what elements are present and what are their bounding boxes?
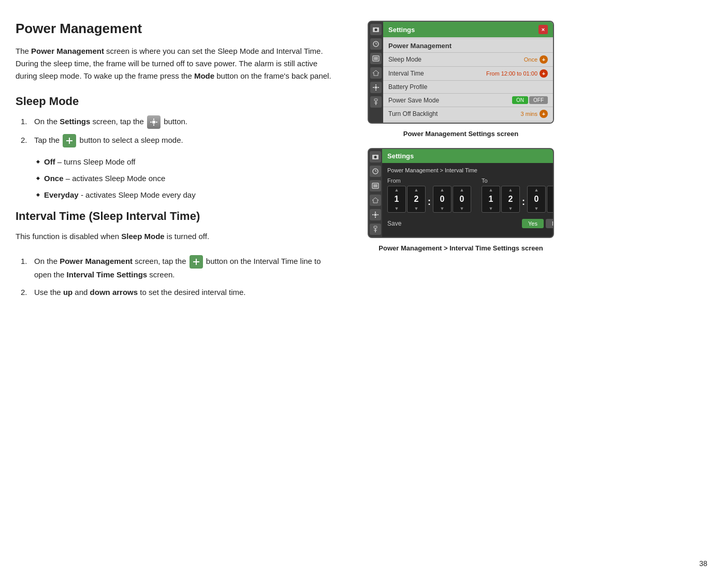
to-m1-val: 0 <box>534 194 539 205</box>
sidebar2-frame-icon <box>370 180 381 191</box>
from-m1-box[interactable]: ▲ 0 ▼ <box>433 186 452 213</box>
interval-time-plus[interactable]: + <box>540 69 548 78</box>
power-save-row[interactable]: Power Save Mode ON OFF <box>383 94 553 107</box>
sleep-mode-row[interactable]: Sleep Mode Once + <box>383 53 553 67</box>
sleep-mode-plus[interactable]: + <box>540 55 548 64</box>
sidebar-frame-icon <box>370 53 382 64</box>
svg-point-0 <box>152 121 155 124</box>
interval-time-row[interactable]: Interval Time From 12:00 to 01:00 + <box>383 67 553 81</box>
from-m2-up[interactable]: ▲ <box>453 186 471 194</box>
to-h1-down[interactable]: ▼ <box>482 205 500 212</box>
sidebar2-usb-icon <box>370 224 381 235</box>
save-row: Save Yes No <box>387 219 554 228</box>
sidebar2-settings-icon <box>370 209 381 220</box>
toggle-on-btn[interactable]: ON <box>512 96 528 104</box>
from-time-display: ▲ 1 ▼ ▲ 2 ▼ <box>387 186 471 213</box>
screen1-device: Settings × Power Management Sleep Mo <box>368 21 554 124</box>
to-m2-box[interactable]: ▲ 0 ▼ <box>547 186 554 213</box>
step-1: 1. On the Settings screen, tap the butto… <box>21 115 337 129</box>
from-h1-box[interactable]: ▲ 1 ▼ <box>387 186 406 213</box>
from-h2-box[interactable]: ▲ 2 ▼ <box>407 186 426 213</box>
to-h1-box[interactable]: ▲ 1 ▼ <box>482 186 500 213</box>
step-2: 2. Tap the button to select a sleep mode… <box>21 134 337 147</box>
svg-marker-16 <box>373 70 379 76</box>
from-time-group: From ▲ 1 ▼ ▲ <box>387 177 471 213</box>
to-h2-down[interactable]: ▼ <box>502 205 519 212</box>
svg-point-26 <box>374 156 377 158</box>
to-m2-down[interactable]: ▼ <box>547 205 554 212</box>
sleep-mode-bullets: Off – turns Sleep Mode off Once – activa… <box>36 156 337 201</box>
from-m1-up[interactable]: ▲ <box>433 186 451 194</box>
to-h2-up[interactable]: ▲ <box>502 186 519 194</box>
screen2-device: Settings Power Management > Interval Tim… <box>368 148 554 238</box>
svg-rect-20 <box>373 87 374 88</box>
screen2-layout: Settings Power Management > Interval Tim… <box>369 149 553 237</box>
from-m2-down[interactable]: ▼ <box>453 205 471 212</box>
svg-point-33 <box>374 214 377 216</box>
screen1-main: Settings × Power Management Sleep Mo <box>383 22 553 123</box>
backlight-row[interactable]: Turn Off Backlight 3 mins + <box>383 107 553 121</box>
bullet-everyday: Everyday - activates Sleep Mode every da… <box>36 189 337 201</box>
to-colon: : <box>521 186 526 213</box>
yes-button[interactable]: Yes <box>522 219 544 228</box>
svg-marker-32 <box>372 198 378 203</box>
screen1-layout: Settings × Power Management Sleep Mo <box>369 22 553 123</box>
interval-step-2: 2. Use the up and down arrows to set the… <box>21 286 337 299</box>
to-h2-box[interactable]: ▲ 2 ▼ <box>501 186 520 213</box>
to-h1-val: 1 <box>489 194 493 205</box>
screen2-sidebar <box>369 149 382 237</box>
svg-rect-38 <box>374 226 377 228</box>
from-h1-down[interactable]: ▼ <box>388 205 405 212</box>
from-h2-down[interactable]: ▼ <box>407 205 425 212</box>
plus-icon-inline-2 <box>190 255 203 269</box>
sidebar-usb-icon <box>370 96 382 108</box>
to-h1-up[interactable]: ▲ <box>482 186 500 194</box>
sidebar-settings-icon <box>370 82 382 93</box>
breadcrumb-row: Power Management <box>383 39 553 53</box>
sidebar2-camera-icon <box>370 151 381 162</box>
from-label: From <box>387 177 471 184</box>
save-buttons: Yes No <box>522 219 554 228</box>
to-m2-up[interactable]: ▲ <box>547 186 554 194</box>
save-label: Save <box>387 220 401 227</box>
settings-icon-inline <box>147 115 161 129</box>
sidebar-home-icon <box>370 67 382 79</box>
to-m1-up[interactable]: ▲ <box>528 186 545 194</box>
intro-paragraph: The Power Management screen is where you… <box>16 45 337 82</box>
screen2-main: Settings Power Management > Interval Tim… <box>382 149 554 237</box>
svg-rect-19 <box>375 90 376 91</box>
power-save-toggle[interactable]: ON OFF <box>512 96 548 104</box>
svg-rect-18 <box>375 84 376 86</box>
backlight-plus[interactable]: + <box>540 110 548 118</box>
screen2-header: Settings <box>382 149 554 163</box>
plus-icon-inline <box>63 134 76 147</box>
sleep-mode-steps: 1. On the Settings screen, tap the butto… <box>21 115 337 147</box>
to-m1-box[interactable]: ▲ 0 ▼ <box>527 186 546 213</box>
svg-rect-8 <box>193 261 199 262</box>
sidebar2-home-icon <box>370 195 381 206</box>
bullet-once: Once – activates Sleep Mode once <box>36 172 337 185</box>
screen1-close-btn[interactable]: × <box>538 25 548 34</box>
to-m1-down[interactable]: ▼ <box>528 205 545 212</box>
left-content: Power Management The Power Management sc… <box>16 16 337 307</box>
from-h1-up[interactable]: ▲ <box>388 186 405 194</box>
svg-rect-35 <box>375 217 376 218</box>
from-m2-box[interactable]: ▲ 0 ▼ <box>453 186 471 213</box>
from-h2-val: 2 <box>414 194 419 205</box>
screen1-wrapper: Settings × Power Management Sleep Mo <box>357 21 564 138</box>
main-title: Power Management <box>16 21 337 37</box>
toggle-off-btn[interactable]: OFF <box>529 96 548 104</box>
right-content: Settings × Power Management Sleep Mo <box>357 16 564 307</box>
to-h2-val: 2 <box>508 194 513 205</box>
from-colon: : <box>427 186 432 213</box>
from-h2-up[interactable]: ▲ <box>407 186 425 194</box>
from-m1-down[interactable]: ▼ <box>433 205 451 212</box>
page-number: 38 <box>699 559 707 568</box>
screen1-header-title: Settings <box>388 26 415 34</box>
svg-point-10 <box>375 28 377 31</box>
svg-rect-2 <box>153 124 154 126</box>
no-button[interactable]: No <box>546 219 554 228</box>
screen2-wrapper: Settings Power Management > Interval Tim… <box>357 148 564 252</box>
svg-rect-31 <box>373 184 377 187</box>
battery-profile-row[interactable]: Battery Profile <box>383 81 553 94</box>
